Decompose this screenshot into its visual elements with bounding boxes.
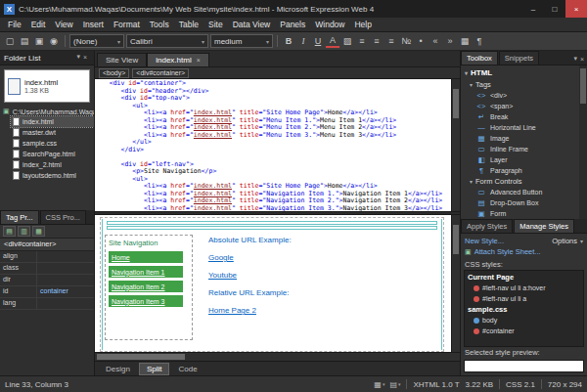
menu-tools[interactable]: Tools [145,19,174,30]
outdent-icon[interactable]: « [429,34,442,48]
close-panel-icon[interactable]: × [580,56,584,63]
file-layoutsdemo-html[interactable]: layoutsdemo.html [11,170,94,181]
breadcrumb-chip[interactable]: <div#container> [132,68,189,78]
numbering-icon[interactable]: № [399,34,413,48]
toolbox-item-image[interactable]: ▦Image [461,133,587,144]
style-application-icon[interactable]: ▤▾ [389,380,400,389]
code-scroll-thumb[interactable] [453,89,459,118]
style-dropdown[interactable]: (None) ▾ [69,34,124,48]
view-tab-split[interactable]: Split [139,363,170,375]
toolbox-item-advanced-button[interactable]: ▭Advanced Button [461,187,587,197]
open-icon[interactable]: ▤ [18,34,31,48]
text-color-icon[interactable]: A [326,35,339,48]
tab-tag-pr[interactable]: Tag Pr... [0,210,39,224]
menu-panels[interactable]: Panels [275,19,310,30]
toolbox-item-layer[interactable]: ◧Layer [461,154,587,165]
tab-apply-styles[interactable]: Apply Styles [461,219,513,233]
design-link-home-page-2[interactable]: Home Page 2 [208,306,292,315]
file-preview-card[interactable]: index.html 1.38 KB [4,69,90,103]
show-alphabetical-icon[interactable]: ▥ [18,226,30,237]
underline-icon[interactable]: U [311,34,325,48]
tab-toolbox[interactable]: Toolbox [461,51,498,65]
toolbox-item-break[interactable]: ↵Break [461,111,587,122]
italic-icon[interactable]: I [296,34,310,48]
save-icon[interactable]: ▣ [32,34,46,48]
close-tab-icon[interactable]: × [197,57,201,64]
toolbox-item-div[interactable]: <><div> [461,90,587,101]
bullets-icon[interactable]: • [414,34,428,48]
breadcrumb-chip[interactable]: <body> [99,68,129,78]
toolbox-scroll-thumb[interactable] [580,68,586,104]
header-div-outline[interactable] [107,221,437,225]
status-doctype[interactable]: XHTML 1.0 T [413,380,459,389]
toolbox-item-paragraph[interactable]: ¶Paragraph [461,165,587,176]
menu-table[interactable]: Table [174,19,203,30]
options-button[interactable]: Options ▾ [552,237,583,245]
doc-tab-index-html[interactable]: index.html× [147,53,209,66]
tab-css-pro[interactable]: CSS Pro... [40,210,86,224]
toolbox-section-form-controls[interactable]: ▾Form Controls [461,176,587,187]
align-left-icon[interactable]: ≡ [355,34,369,48]
design-nav-home[interactable]: Home [109,251,183,263]
maximize-button[interactable]: □ [544,0,565,18]
attach-stylesheet-link[interactable]: Attach Style Sheet... [474,247,541,256]
style-left-nav-ul-li-a-hover[interactable]: #left-nav ul li a:hover [466,283,582,293]
style-left-nav-ul-li-a[interactable]: #left-nav ul li a [466,293,582,304]
menu-file[interactable]: File [3,19,26,30]
borders-icon[interactable]: ▦ [458,34,472,48]
close-button[interactable]: × [565,0,587,18]
design-nav-navigation-item-1[interactable]: Navigation Item 1 [109,266,183,278]
toolbox-item-horizontal-line[interactable]: ―Horizontal Line [461,122,587,133]
design-hscroll-thumb[interactable] [97,354,185,360]
show-formatting-icon[interactable]: ¶ [473,34,486,48]
menu-format[interactable]: Format [109,19,145,30]
align-center-icon[interactable]: ≡ [370,34,384,48]
status-css-schema[interactable]: CSS 2.1 [506,380,535,389]
design-link-google[interactable]: Google [208,253,292,262]
preview-in-browser-icon[interactable]: ◉ [47,34,61,48]
code-hyperlink[interactable]: index.html [194,131,232,139]
toolbox-scrollbar[interactable] [579,65,587,219]
toolbox-section-tags[interactable]: ▾Tags [461,79,587,90]
panel-menu-icon[interactable]: ▾ [76,53,80,61]
menu-site[interactable]: Site [203,19,228,30]
panel-menu-icon[interactable]: ▾ [573,55,577,63]
minimize-button[interactable]: – [522,0,544,18]
new-document-icon[interactable]: ▢ [3,34,17,48]
top-nav-div-outline[interactable] [107,226,437,230]
container-div-outline[interactable]: Site Navigation HomeNavigation Item 1Nav… [100,217,444,352]
menu-edit[interactable]: Edit [26,19,51,30]
tab-snippets[interactable]: Snippets [499,51,539,65]
design-scroll-thumb[interactable] [453,225,459,254]
show-set-properties-icon[interactable]: ▦ [32,226,45,237]
property-row-align[interactable]: align [0,251,94,263]
tab-manage-styles[interactable]: Manage Styles [514,219,574,233]
status-dimensions[interactable]: 720 x 294 [548,380,582,389]
file-index-2-html[interactable]: index_2.html [11,159,94,170]
folder-tree-root[interactable]: ▣ C:\Users\Muhammad.Waqas\Do [0,107,94,116]
highlight-icon[interactable]: ▨ [340,34,354,48]
doc-tab-site-view[interactable]: Site View [97,53,147,66]
toolbox-item-drop-down-box[interactable]: ▤Drop-Down Box [461,197,587,208]
view-tab-design[interactable]: Design [99,364,137,374]
property-row-id[interactable]: idcontainer [0,286,94,298]
menu-view[interactable]: View [50,19,77,30]
code-hyperlink[interactable]: index.html [194,204,232,212]
new-style-link[interactable]: New Style... [465,237,504,245]
toolbox-item-span[interactable]: <><span> [461,101,587,111]
view-tab-code[interactable]: Code [171,364,203,374]
size-dropdown[interactable]: medium ▾ [210,34,273,48]
file-sample-css[interactable]: sample.css [11,138,94,149]
menu-help[interactable]: Help [349,19,376,30]
toolbox-item-form[interactable]: ▣Form [461,208,587,219]
file-searchpage-html[interactable]: SearchPage.html [11,149,94,159]
property-row-lang[interactable]: lang [0,298,94,310]
toolbox-root[interactable]: ▾ HTML [461,66,587,79]
menu-window[interactable]: Window [310,19,349,30]
file-index-html[interactable]: index.html [11,116,94,127]
code-editor[interactable]: <div id="container"> <div id="header"></… [95,79,451,211]
font-dropdown[interactable]: Calibri ▾ [126,34,208,48]
design-scrollbar[interactable] [451,215,460,352]
indent-icon[interactable]: » [443,34,457,48]
design-nav-navigation-item-2[interactable]: Navigation Item 2 [109,281,183,292]
